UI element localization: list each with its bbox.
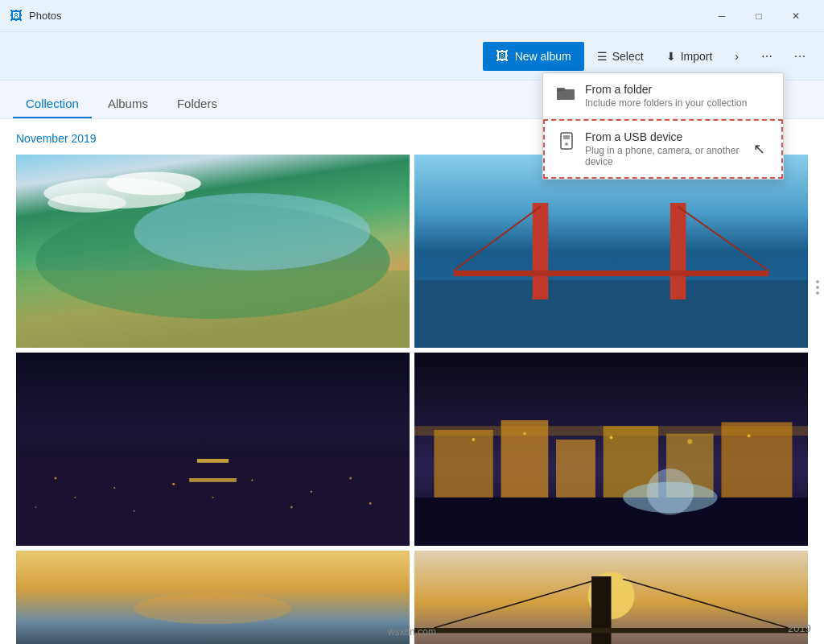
svg-point-45 [687, 439, 692, 444]
svg-point-6 [47, 193, 126, 213]
svg-point-2 [134, 193, 370, 270]
from-usb-subtitle: Plug in a phone, camera, or another devi… [585, 145, 768, 167]
select-label: Select [612, 50, 644, 63]
svg-rect-15 [16, 459, 410, 546]
from-usb-title: From a USB device [585, 130, 768, 143]
svg-point-27 [290, 506, 293, 509]
svg-rect-36 [556, 440, 595, 497]
svg-rect-11 [454, 270, 768, 276]
from-folder-text: From a folder Include more folders in yo… [585, 83, 747, 109]
svg-point-18 [172, 483, 175, 485]
svg-point-25 [134, 510, 135, 512]
svg-point-5 [106, 172, 200, 196]
tab-folders[interactable]: Folders [164, 90, 230, 118]
svg-point-42 [472, 438, 475, 441]
tab-albums[interactable]: Albums [95, 90, 161, 118]
new-album-button[interactable]: 🖼 New album [483, 42, 584, 71]
svg-point-23 [369, 502, 372, 505]
photo-row-2 [16, 353, 808, 546]
watermark: wsxdn.com [388, 626, 436, 638]
photo-bridge2[interactable] [414, 551, 808, 644]
photo-row-1 [16, 155, 808, 348]
svg-point-44 [610, 436, 613, 440]
year-label: 2019 [788, 622, 811, 634]
svg-point-21 [74, 497, 76, 498]
import-dropdown: From a folder Include more folders in yo… [542, 72, 784, 180]
scroll-dot [816, 286, 819, 289]
tab-collection[interactable]: Collection [13, 90, 92, 118]
svg-rect-59 [414, 628, 808, 633]
more-icon: ··· [793, 47, 805, 64]
select-icon: ☰ [597, 50, 608, 63]
main-content: November 2019 [0, 119, 824, 644]
svg-rect-33 [414, 497, 808, 546]
photo-aerial[interactable] [16, 155, 410, 348]
usb-icon [558, 132, 575, 154]
title-bar-controls: ─ □ ✕ [703, 3, 814, 29]
chevron-button[interactable]: › [725, 42, 748, 71]
svg-rect-10 [670, 203, 686, 299]
photo-eiffel[interactable] [16, 353, 410, 546]
spinner-button[interactable]: ⋯ [752, 42, 782, 71]
svg-rect-3 [16, 270, 410, 348]
import-label: Import [681, 50, 713, 63]
svg-rect-30 [197, 459, 229, 463]
app-title: Photos [29, 10, 61, 22]
svg-rect-34 [434, 430, 492, 497]
photo-bridge[interactable] [414, 155, 808, 348]
svg-point-54 [134, 593, 292, 624]
svg-rect-65 [563, 135, 570, 139]
new-album-label: New album [515, 50, 571, 63]
svg-rect-57 [591, 576, 611, 644]
import-icon: ⬇ [666, 50, 676, 63]
title-bar-left: 🖼 Photos [10, 9, 61, 23]
svg-rect-8 [414, 280, 808, 348]
title-bar: 🖼 Photos ─ □ ✕ [0, 0, 824, 32]
import-button[interactable]: ⬇ Import [657, 42, 723, 71]
dropdown-from-folder[interactable]: From a folder Include more folders in yo… [543, 73, 783, 118]
folder-icon [556, 85, 575, 105]
svg-point-16 [54, 477, 56, 480]
svg-rect-9 [533, 203, 549, 299]
spinner-icon: ⋯ [761, 50, 772, 63]
chevron-icon: › [735, 50, 739, 63]
new-album-icon: 🖼 [496, 49, 509, 64]
svg-rect-31 [189, 478, 237, 482]
dropdown-from-usb[interactable]: From a USB device Plug in a phone, camer… [543, 119, 783, 179]
svg-point-22 [251, 479, 253, 481]
more-button[interactable]: ··· [785, 42, 814, 71]
svg-point-24 [35, 506, 36, 508]
svg-rect-47 [414, 426, 808, 436]
from-usb-text: From a USB device Plug in a phone, camer… [585, 130, 768, 167]
svg-point-17 [113, 487, 115, 489]
svg-point-19 [311, 491, 312, 493]
from-folder-subtitle: Include more folders in your collection [585, 97, 747, 109]
from-folder-title: From a folder [585, 83, 747, 96]
photo-lasvegas[interactable] [414, 353, 808, 546]
scroll-indicator [816, 280, 821, 295]
svg-rect-63 [557, 88, 565, 91]
maximize-button[interactable]: □ [740, 3, 777, 29]
svg-point-41 [647, 469, 694, 515]
close-button[interactable]: ✕ [777, 3, 814, 29]
svg-point-26 [212, 497, 214, 498]
scroll-dot [816, 280, 819, 283]
minimize-button[interactable]: ─ [703, 3, 740, 29]
photo-mountain[interactable] [16, 551, 410, 644]
scroll-dot [816, 291, 819, 295]
svg-point-66 [565, 142, 568, 146]
select-button[interactable]: ☰ Select [587, 42, 653, 71]
svg-point-20 [349, 477, 352, 480]
